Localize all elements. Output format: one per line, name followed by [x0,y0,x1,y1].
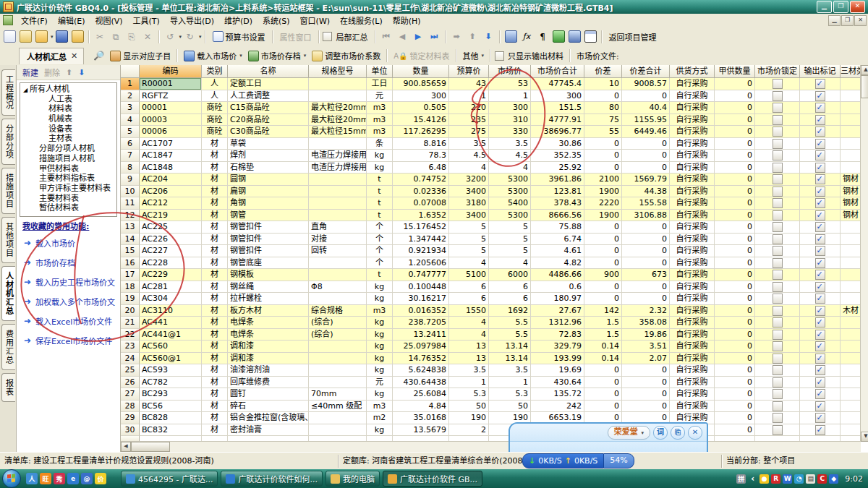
tree-item[interactable]: 机械表 [20,114,116,124]
cell[interactable]: 板方木材 [228,305,309,317]
checkbox-unchecked-icon[interactable] [773,401,783,411]
cell[interactable]: t [367,174,393,186]
mdi-minimize-button[interactable]: ▁ [828,15,841,26]
cell[interactable]: 6449.46 [622,126,670,138]
checkbox-unchecked-icon[interactable] [773,282,783,292]
cell[interactable]: 0 [715,150,755,162]
menu-item[interactable]: 编辑(E) [53,14,90,27]
open-dropdown-icon[interactable]: ▾ [51,34,54,40]
tree-item[interactable]: 人工表 [20,95,116,105]
cell[interactable]: 4 [449,317,489,329]
cell[interactable] [841,162,861,174]
checkbox-unchecked-icon[interactable] [773,79,783,89]
cell[interactable]: 材 [202,293,228,305]
cell[interactable]: 商砼 [202,114,228,127]
tree-item[interactable]: 甲供材料表 [20,164,116,174]
row-number[interactable]: 25 [121,364,140,377]
cell[interactable]: 0 [622,293,670,305]
column-header-供货方式[interactable]: 供货方式 [670,65,715,78]
column-header-市场价合计[interactable]: 市场价合计 [531,65,584,78]
tree-item[interactable]: 主要材料指标表 [20,174,116,184]
checkbox-checked-icon[interactable] [815,258,825,268]
cell[interactable]: 13.2411 [393,329,449,341]
column-header-预算价[interactable]: 预算价 [449,65,489,78]
cell-market-price-lock[interactable] [755,174,800,186]
cell[interactable]: AC227 [140,245,202,257]
cell[interactable]: 3.5 [449,364,489,377]
cell[interactable]: 3106.88 [622,210,670,222]
cell[interactable]: 0 [715,317,755,329]
cell[interactable]: AC1707 [140,138,202,150]
move-up-icon[interactable]: ⬆ [465,29,480,44]
cell[interactable]: 4.84 [393,401,449,413]
cell[interactable]: AC441@1 [140,329,202,341]
cell[interactable]: 43 [449,78,489,90]
cell[interactable] [841,377,861,389]
cell[interactable]: 5 [449,234,489,246]
cell[interactable]: 3400 [449,210,489,222]
cell[interactable]: 自行采购 [670,234,715,246]
cell-output-mark[interactable] [800,245,841,257]
cell[interactable]: 材 [202,281,228,294]
cell[interactable]: 8.816 [393,138,449,150]
cell[interactable]: 1 [449,90,489,103]
cell[interactable]: 0 [715,329,755,341]
cell[interactable]: R00001 [140,78,202,90]
cell[interactable]: 5.5 [489,317,531,329]
cell[interactable]: 1.5 [584,317,622,329]
vertical-scrollbar[interactable]: ▲ ▼ [860,65,868,442]
favorite-link[interactable]: ➜载入市场价 [24,233,120,252]
cell[interactable]: 4 [489,257,531,270]
pricing-tool-quick-icon[interactable]: 价 [95,473,106,484]
tree-item[interactable]: 设备表 [20,124,116,134]
cell-output-mark[interactable] [800,317,841,329]
favorite-link[interactable]: ➜市场价存档 [24,252,120,272]
save-icon[interactable] [54,29,69,44]
cell[interactable]: 材 [202,412,228,424]
cell[interactable]: 电焊条 [228,317,309,329]
cell-output-mark[interactable] [800,210,841,222]
cell-output-mark[interactable] [800,126,841,138]
cell[interactable]: 自行采购 [670,78,715,90]
column-header-甲供数量[interactable]: 甲供数量 [715,65,755,78]
cell[interactable]: 0 [715,424,755,437]
cell[interactable]: 钢材 [841,174,861,186]
tree-expander-icon[interactable]: ◢ [23,85,30,95]
cell[interactable]: 13.14 [489,341,531,353]
favorite-link[interactable]: ➜保存Excel市场价文件 [24,330,120,350]
row-number[interactable]: 15 [121,245,140,257]
menu-item[interactable]: 系统(S) [258,14,295,27]
cell-market-price-lock[interactable] [755,126,800,138]
menu-item[interactable]: 帮助(H) [388,14,426,27]
restore-button[interactable]: ❐ [833,1,848,13]
checkbox-unchecked-icon[interactable] [773,127,783,137]
cell-output-mark[interactable] [800,424,841,437]
cell-market-price-lock[interactable] [755,353,800,365]
cell[interactable]: AC593 [140,364,202,377]
row-number[interactable]: 24 [121,353,140,365]
paste-icon[interactable]: ⎘ [124,29,140,44]
r-tray-icon[interactable]: R [771,474,780,484]
cell[interactable]: 钢管底座 [228,257,309,270]
cell[interactable]: 自行采购 [670,293,715,305]
cell[interactable]: 碎石 [228,401,309,413]
cell[interactable]: 2 [449,424,489,437]
wangwang-quick-icon[interactable]: 旺 [40,473,51,484]
return-project-button[interactable]: 返回项目管理 [605,30,660,44]
cell[interactable]: 自行采购 [670,353,715,365]
cell-market-price-lock[interactable] [755,257,800,270]
cell[interactable]: 10 [584,78,622,90]
cell[interactable]: 1 [489,90,531,103]
checkbox-unchecked-icon[interactable] [773,174,783,184]
cell[interactable]: AC225 [140,221,202,234]
checkbox-unchecked-icon[interactable] [773,306,783,316]
cell[interactable]: 钢管扣件 [228,221,309,234]
cell[interactable]: 15.4126 [393,114,449,127]
sidebar-tab-6[interactable]: 费用汇总 [1,324,15,370]
cell[interactable]: m3 [367,126,393,138]
cell[interactable]: 1.6352 [393,210,449,222]
cell[interactable]: 3400 [449,186,489,198]
cell[interactable]: 工日 [367,78,393,90]
next-record-icon[interactable]: ▶ [411,29,426,44]
cell[interactable]: 材 [202,234,228,246]
